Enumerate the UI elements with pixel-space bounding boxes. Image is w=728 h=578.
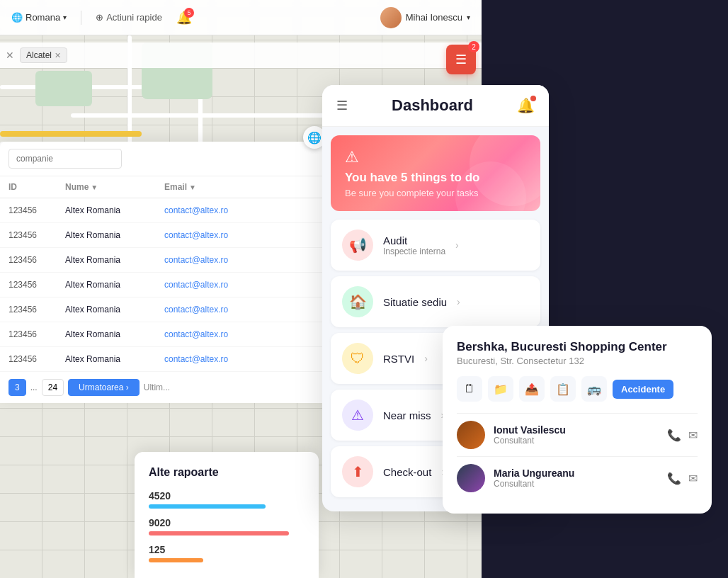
chip-close-icon[interactable]: ✕ bbox=[55, 51, 61, 60]
sort-icon[interactable]: ▼ bbox=[189, 183, 196, 191]
close-icon[interactable]: ✕ bbox=[6, 50, 14, 61]
menu-item-icon: 🏠 bbox=[342, 286, 373, 317]
cell-email: contact@altex.ro bbox=[164, 205, 317, 215]
cell-name: Altex Romania bbox=[65, 255, 164, 265]
alert-icon: ⚠ bbox=[345, 148, 526, 166]
table-row[interactable]: 123456 Altex Romania contact@altex.ro bbox=[0, 248, 326, 273]
menu-item-icon: ⬆ bbox=[342, 456, 373, 487]
language-selector[interactable]: 🌐 Romana ▾ bbox=[11, 12, 67, 23]
person-actions: 📞 ✉ bbox=[667, 472, 698, 485]
user-name: Mihai Ionescu bbox=[406, 12, 462, 23]
stats-container: 4520 9020 125 bbox=[149, 490, 305, 562]
stat-bar bbox=[149, 531, 289, 536]
phone-icon[interactable]: 📞 bbox=[667, 429, 681, 442]
menu-item-label: RSTVI bbox=[383, 353, 414, 365]
cell-name: Altex Romania bbox=[65, 280, 164, 290]
chevron-right-icon: › bbox=[457, 296, 460, 307]
cell-id: 123456 bbox=[8, 280, 65, 290]
chevron-down-icon: ▾ bbox=[63, 13, 67, 21]
filter-bar: ✕ Alcatel ✕ bbox=[0, 42, 482, 68]
loc-action-folder[interactable]: 📁 bbox=[488, 376, 513, 402]
sort-icon[interactable]: ▼ bbox=[91, 183, 98, 191]
dashboard-title: Dashboard bbox=[392, 96, 473, 115]
alert-title: You have 5 things to do bbox=[345, 171, 526, 185]
dash-bell-btn[interactable]: 🔔 bbox=[517, 97, 535, 114]
loc-action-transport[interactable]: 🚌 bbox=[581, 376, 607, 402]
chevron-down-icon: ▾ bbox=[467, 13, 470, 21]
menu-item-icon: 📢 bbox=[342, 230, 373, 261]
menu-item[interactable]: 🏠 Situatie sediu › bbox=[331, 276, 540, 327]
user-menu[interactable]: Mihai Ionescu ▾ bbox=[380, 7, 470, 28]
person-name: Maria Ungureanu bbox=[494, 468, 574, 479]
bell-badge: 5 bbox=[184, 8, 194, 18]
cell-name: Altex Romania bbox=[65, 354, 164, 364]
cell-email: contact@altex.ro bbox=[164, 354, 317, 364]
loc-action-upload[interactable]: 📤 bbox=[519, 376, 545, 402]
side-panel-reports: Alte rapoarte 4520 9020 125 bbox=[135, 452, 319, 578]
loc-action-notes[interactable]: 🗒 bbox=[457, 376, 482, 402]
stat-value: 125 bbox=[149, 544, 305, 555]
cell-name: Altex Romania bbox=[65, 329, 164, 339]
page-btn-24[interactable]: 24 bbox=[42, 379, 64, 396]
person-row: Ionut Vasilescu Consultant 📞 ✉ bbox=[457, 413, 698, 456]
stat-bar bbox=[149, 558, 203, 562]
hamburger-icon[interactable]: ☰ bbox=[336, 98, 348, 113]
cell-email: contact@altex.ro bbox=[164, 329, 317, 339]
person-info: Maria Ungureanu Consultant bbox=[494, 468, 574, 489]
alert-subtitle: Be sure you complete your tasks bbox=[345, 188, 526, 198]
last-label: Ultim... bbox=[144, 382, 170, 392]
email-icon[interactable]: ✉ bbox=[688, 472, 698, 485]
cell-id: 123456 bbox=[8, 205, 65, 215]
menu-label: Situatie sediu bbox=[383, 296, 447, 308]
menu-item-label: Audit Inspectie interna bbox=[383, 234, 445, 256]
person-actions: 📞 ✉ bbox=[667, 429, 698, 442]
col-name: Nume ▼ bbox=[65, 182, 164, 192]
table-row[interactable]: 123456 Altex Romania contact@altex.ro bbox=[0, 322, 326, 347]
table-row[interactable]: 123456 Altex Romania contact@altex.ro bbox=[0, 223, 326, 248]
table-row[interactable]: 123456 Altex Romania contact@altex.ro bbox=[0, 273, 326, 298]
cell-id: 123456 bbox=[8, 354, 65, 364]
language-label: Romana bbox=[25, 12, 60, 23]
table-row[interactable]: 123456 Altex Romania contact@altex.ro bbox=[0, 298, 326, 322]
page-btn-3[interactable]: 3 bbox=[8, 379, 26, 396]
email-icon[interactable]: ✉ bbox=[688, 429, 698, 442]
map-area bbox=[35, 71, 92, 106]
loc-action-clipboard[interactable]: 📋 bbox=[550, 376, 576, 402]
next-page-btn[interactable]: Urmatoarea › bbox=[68, 379, 140, 396]
cell-id: 123456 bbox=[8, 230, 65, 240]
quick-actions-label: Actiuni rapide bbox=[106, 12, 162, 23]
search-input[interactable] bbox=[8, 149, 122, 169]
table-row[interactable]: 123456 Altex Romania contact@altex.ro bbox=[0, 198, 326, 223]
accidente-badge[interactable]: Accidente bbox=[613, 380, 673, 399]
phone-icon[interactable]: 📞 bbox=[667, 472, 681, 485]
stat-row: 125 bbox=[149, 544, 305, 562]
person-info: Ionut Vasilescu Consultant bbox=[494, 424, 566, 446]
cell-email: contact@altex.ro bbox=[164, 230, 317, 240]
globe-icon: 🌐 bbox=[11, 12, 23, 23]
menu-item-label: Near miss bbox=[383, 409, 431, 421]
globe-icon: 🌐 bbox=[307, 131, 322, 144]
top-navigation: 🌐 Romana ▾ ⊕ Actiuni rapide 🔔 5 Mihai Io… bbox=[0, 0, 482, 35]
stat-value: 9020 bbox=[149, 517, 305, 528]
menu-label: Audit bbox=[383, 234, 445, 246]
map-road bbox=[71, 113, 340, 118]
float-action-btn[interactable]: 2 ☰ bbox=[446, 45, 476, 74]
location-card: Bershka, Bucuresti Shopping Center Bucur… bbox=[443, 326, 712, 514]
page-ellipsis: ... bbox=[30, 382, 38, 392]
float-btn-badge: 2 bbox=[468, 41, 479, 52]
quick-actions-btn[interactable]: ⊕ Actiuni rapide bbox=[96, 12, 162, 23]
menu-item-label: Situatie sediu bbox=[383, 296, 447, 308]
person-avatar bbox=[457, 464, 485, 492]
cell-name: Altex Romania bbox=[65, 305, 164, 314]
menu-label: Near miss bbox=[383, 409, 431, 421]
table-row[interactable]: 123456 Altex Romania contact@altex.ro bbox=[0, 347, 326, 372]
data-table-panel: ID Nume ▼ Email ▼ 123456 Altex Romania c… bbox=[0, 142, 326, 403]
menu-item[interactable]: 📢 Audit Inspectie interna › bbox=[331, 220, 540, 271]
cell-name: Altex Romania bbox=[65, 205, 164, 215]
cell-email: contact@altex.ro bbox=[164, 305, 317, 314]
person-avatar bbox=[457, 421, 485, 449]
notifications-bell[interactable]: 🔔 5 bbox=[176, 10, 192, 26]
alert-card[interactable]: ⚠ You have 5 things to do Be sure you co… bbox=[331, 135, 540, 211]
map-road-highlight bbox=[0, 131, 142, 137]
filter-chip-alcatel[interactable]: Alcatel ✕ bbox=[20, 47, 67, 63]
